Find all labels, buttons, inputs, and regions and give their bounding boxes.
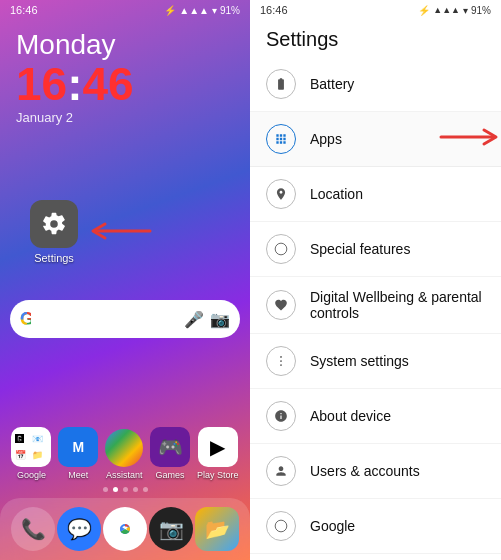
search-bar[interactable]: G 🎤 📷	[10, 300, 240, 338]
clock-minutes: 46	[83, 58, 134, 110]
right-signal-icon: ▲▲▲	[433, 5, 460, 15]
settings-app-icon	[30, 200, 78, 248]
battery-setting-icon	[266, 69, 296, 99]
clock-colon: :	[67, 58, 82, 110]
settings-item-special-features[interactable]: Special features	[250, 222, 501, 277]
settings-item-battery[interactable]: Battery	[250, 57, 501, 112]
games-app[interactable]: 🎮 Games	[150, 427, 190, 480]
svg-point-4	[275, 243, 287, 255]
svg-point-8	[275, 520, 287, 532]
meet-label: Meet	[68, 470, 88, 480]
play-store-app[interactable]: ▶ Play Store	[197, 427, 239, 480]
assistant-app[interactable]: Assistant	[105, 429, 143, 480]
special-features-icon	[266, 234, 296, 264]
page-dots	[0, 487, 250, 492]
datetime-area: Monday 16:46 January 2	[0, 20, 250, 130]
settings-app[interactable]: Settings	[30, 200, 78, 264]
users-accounts-label: Users & accounts	[310, 463, 420, 479]
settings-page-title: Settings	[250, 20, 501, 57]
dot-3	[123, 487, 128, 492]
files-icon[interactable]: 📂	[195, 507, 239, 551]
mic-icon[interactable]: 🎤	[184, 310, 204, 329]
about-device-icon	[266, 401, 296, 431]
messages-icon[interactable]: 💬	[57, 507, 101, 551]
apps-setting-icon	[266, 124, 296, 154]
right-bluetooth-icon: ⚡	[418, 5, 430, 16]
dot-4	[133, 487, 138, 492]
settings-item-wellbeing[interactable]: Digital Wellbeing & parental controls	[250, 277, 501, 334]
settings-item-system[interactable]: System settings	[250, 334, 501, 389]
meet-app[interactable]: M Meet	[58, 427, 98, 480]
left-time: 16:46	[10, 4, 38, 16]
chrome-icon[interactable]	[103, 507, 147, 551]
apps-label: Apps	[310, 131, 342, 147]
clock-display: 16:46	[16, 61, 234, 107]
battery-icon: 91%	[220, 5, 240, 16]
settings-list: Battery Apps Location	[250, 57, 501, 560]
settings-item-tips[interactable]: Tips & Support	[250, 554, 501, 560]
clock-hours: 16	[16, 58, 67, 110]
arrow-to-apps	[436, 123, 501, 155]
svg-point-6	[280, 360, 282, 362]
users-accounts-icon	[266, 456, 296, 486]
google-setting-icon	[266, 511, 296, 541]
left-status-bar: 16:46 ⚡ ▲▲▲ ▾ 91%	[0, 0, 250, 20]
wellbeing-label: Digital Wellbeing & parental controls	[310, 289, 485, 321]
system-settings-label: System settings	[310, 353, 409, 369]
date-display: January 2	[16, 110, 234, 125]
arrow-to-settings	[85, 216, 155, 250]
left-status-icons: ⚡ ▲▲▲ ▾ 91%	[164, 5, 240, 16]
bottom-tray: 📞 💬 📷 📂	[0, 498, 250, 560]
dot-5	[143, 487, 148, 492]
assistant-label: Assistant	[106, 470, 143, 480]
right-battery-icon: 91%	[471, 5, 491, 16]
right-time: 16:46	[260, 4, 288, 16]
dot-1	[103, 487, 108, 492]
battery-label: Battery	[310, 76, 354, 92]
wifi-icon: ▾	[212, 5, 217, 16]
right-status-bar: 16:46 ⚡ ▲▲▲ ▾ 91%	[250, 0, 501, 20]
location-setting-icon	[266, 179, 296, 209]
camera-icon[interactable]: 📷	[149, 507, 193, 551]
settings-item-apps[interactable]: Apps	[250, 112, 501, 167]
app-row: 🅶📧 📅📁 Google M Meet Assistant 🎮 Games ▶ …	[0, 427, 250, 480]
day-name: Monday	[16, 30, 234, 61]
google-label: Google	[17, 470, 46, 480]
wellbeing-icon	[266, 290, 296, 320]
dot-2	[113, 487, 118, 492]
settings-item-users[interactable]: Users & accounts	[250, 444, 501, 499]
right-wifi-icon: ▾	[463, 5, 468, 16]
system-settings-icon	[266, 346, 296, 376]
google-app[interactable]: 🅶📧 📅📁 Google	[11, 427, 51, 480]
google-logo: G	[20, 309, 34, 330]
settings-app-label: Settings	[34, 252, 74, 264]
signal-icon: ▲▲▲	[179, 5, 209, 16]
google-setting-label: Google	[310, 518, 355, 534]
svg-point-7	[280, 364, 282, 366]
location-label: Location	[310, 186, 363, 202]
bluetooth-icon: ⚡	[164, 5, 176, 16]
lens-icon[interactable]: 📷	[210, 310, 230, 329]
settings-item-about[interactable]: About device	[250, 389, 501, 444]
play-store-label: Play Store	[197, 470, 239, 480]
phone-icon[interactable]: 📞	[11, 507, 55, 551]
right-status-icons: ⚡ ▲▲▲ ▾ 91%	[418, 5, 491, 16]
svg-point-5	[280, 356, 282, 358]
settings-item-location[interactable]: Location	[250, 167, 501, 222]
about-device-label: About device	[310, 408, 391, 424]
settings-item-google[interactable]: Google	[250, 499, 501, 554]
home-screen: 16:46 ⚡ ▲▲▲ ▾ 91% Monday 16:46 January 2…	[0, 0, 250, 560]
settings-panel: 16:46 ⚡ ▲▲▲ ▾ 91% Settings Battery Apps	[250, 0, 501, 560]
special-features-label: Special features	[310, 241, 410, 257]
games-label: Games	[156, 470, 185, 480]
